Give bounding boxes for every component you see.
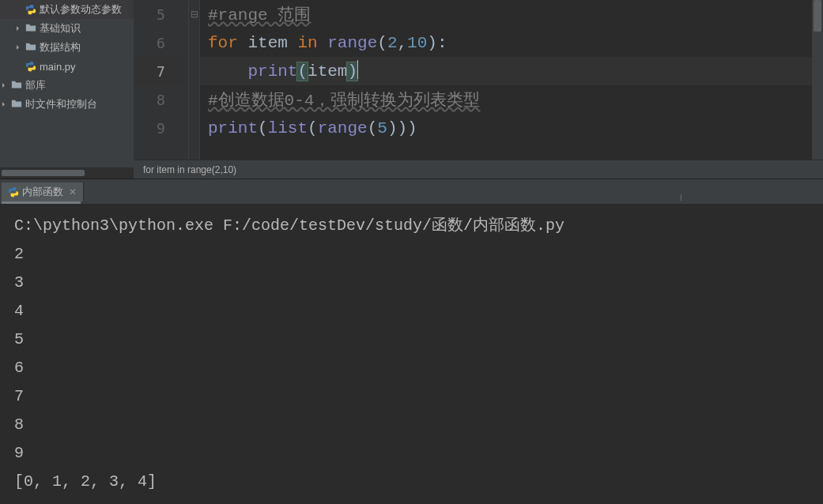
tree-item[interactable]: 数据结构 bbox=[0, 38, 134, 57]
chevron-right-icon[interactable] bbox=[0, 81, 8, 89]
tree-item-label: 默认参数动态参数 bbox=[40, 2, 122, 17]
folder-icon bbox=[25, 22, 36, 36]
line-number[interactable]: 5 bbox=[157, 6, 165, 23]
python-icon bbox=[8, 186, 19, 197]
folder-icon bbox=[25, 41, 36, 55]
editor-v-scrollbar-thumb[interactable] bbox=[814, 0, 821, 32]
console-tab-underline bbox=[0, 201, 823, 204]
line-number[interactable]: 6 bbox=[157, 35, 165, 51]
console-tab-bar: 内部函数 ✕ bbox=[0, 179, 823, 201]
tree-item-label: 时文件和控制台 bbox=[25, 97, 97, 111]
tree-item-label: 基础知识 bbox=[40, 21, 81, 36]
python-icon bbox=[25, 4, 36, 15]
code-lines[interactable]: #range 范围for item in range(2,10): print(… bbox=[200, 0, 812, 160]
split-marker bbox=[681, 194, 681, 201]
code-line[interactable]: print(item) bbox=[200, 57, 812, 85]
tree-item-label: 数据结构 bbox=[40, 40, 81, 55]
tree-item[interactable]: main.py bbox=[0, 57, 134, 76]
project-sidebar: 默认参数动态参数基础知识数据结构main.py部库时文件和控制台 bbox=[0, 0, 134, 179]
fold-toggle-icon[interactable]: ⊟ bbox=[191, 9, 198, 20]
code-area[interactable]: 56789 ⊟ #range 范围for item in range(2,10)… bbox=[134, 0, 823, 160]
console-output[interactable]: C:\python3\python.exe F:/code/testDev/st… bbox=[0, 204, 823, 504]
tree-item[interactable]: 默认参数动态参数 bbox=[0, 0, 134, 19]
text-caret bbox=[357, 60, 358, 79]
line-number-gutter[interactable]: 56789 bbox=[134, 0, 189, 160]
console-tab[interactable]: 内部函数 ✕ bbox=[2, 182, 84, 201]
editor-v-scrollbar[interactable] bbox=[812, 0, 823, 160]
breadcrumb[interactable]: for item in range(2,10) bbox=[134, 160, 823, 179]
tree-item[interactable]: 时文件和控制台 bbox=[0, 95, 134, 114]
folder-icon bbox=[11, 79, 22, 92]
fold-column[interactable]: ⊟ bbox=[189, 0, 200, 160]
chevron-right-icon[interactable] bbox=[14, 24, 22, 32]
editor-pane: 56789 ⊟ #range 范围for item in range(2,10)… bbox=[134, 0, 823, 179]
console-tab-underline-active bbox=[2, 201, 81, 204]
chevron-spacer bbox=[14, 62, 22, 70]
code-line[interactable]: print(list(range(5))) bbox=[200, 114, 812, 142]
folder-icon bbox=[11, 98, 22, 111]
tree-item[interactable]: 部库 bbox=[0, 76, 134, 95]
code-line[interactable]: for item in range(2,10): bbox=[200, 28, 812, 57]
code-line[interactable]: #创造数据0-4，强制转换为列表类型 bbox=[200, 85, 812, 114]
python-icon bbox=[25, 61, 36, 72]
tree-item-label: main.py bbox=[40, 61, 76, 73]
upper-pane: 默认参数动态参数基础知识数据结构main.py部库时文件和控制台 56789 ⊟… bbox=[0, 0, 823, 179]
chevron-right-icon[interactable] bbox=[14, 43, 22, 51]
tree-item[interactable]: 基础知识 bbox=[0, 19, 134, 38]
chevron-right-icon[interactable] bbox=[0, 100, 8, 108]
console-tab-label: 内部函数 bbox=[22, 185, 63, 199]
line-number[interactable]: 8 bbox=[157, 92, 165, 108]
line-number[interactable]: 7 bbox=[157, 63, 165, 80]
project-tree[interactable]: 默认参数动态参数基础知识数据结构main.py部库时文件和控制台 bbox=[0, 0, 134, 167]
tree-item-label: 部库 bbox=[25, 78, 46, 92]
chevron-spacer bbox=[14, 6, 22, 13]
code-line[interactable]: #range 范围 bbox=[200, 0, 812, 28]
line-number[interactable]: 9 bbox=[157, 120, 165, 137]
close-icon[interactable]: ✕ bbox=[69, 186, 77, 197]
sidebar-h-scrollbar-thumb[interactable] bbox=[2, 170, 85, 176]
run-tool-window: 内部函数 ✕ C:\python3\python.exe F:/code/tes… bbox=[0, 179, 823, 504]
breadcrumb-item[interactable]: for item in range(2,10) bbox=[143, 164, 236, 175]
sidebar-h-scrollbar[interactable] bbox=[0, 167, 134, 179]
